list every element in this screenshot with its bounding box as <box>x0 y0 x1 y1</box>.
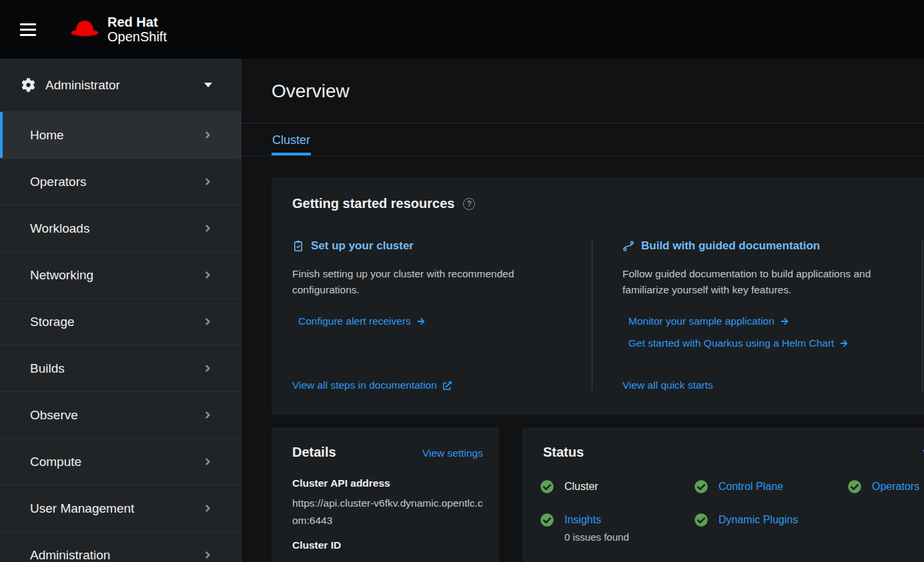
chevron-right-icon <box>204 269 211 281</box>
details-card-header: Details View settings <box>272 427 499 467</box>
setup-cluster-heading[interactable]: Set up your cluster <box>292 239 565 253</box>
cluster-id-label: Cluster ID <box>292 539 483 551</box>
chevron-right-icon <box>204 363 211 374</box>
menu-toggle-button[interactable] <box>20 15 48 43</box>
sidebar-item-label: Workloads <box>30 221 89 236</box>
chevron-right-icon <box>204 223 211 234</box>
link-label: View all quick starts <box>622 379 713 391</box>
sidebar-item-compute[interactable]: Compute <box>0 438 242 485</box>
check-circle-icon <box>540 480 554 493</box>
logo-text: Red Hat OpenShift <box>107 15 167 45</box>
view-all-quick-starts-link[interactable]: View all quick starts <box>622 379 713 391</box>
menu-icon <box>20 29 36 31</box>
sidebar-item-label: User Management <box>30 501 134 516</box>
link-label: Monitor your sample application <box>628 315 775 327</box>
gear-icon <box>21 78 35 92</box>
control-plane-link[interactable]: Control Plane <box>719 481 783 493</box>
view-settings-link[interactable]: View settings <box>422 447 483 459</box>
sidebar-item-label: Home <box>30 128 64 143</box>
link-label: View all steps in documentation <box>292 379 437 391</box>
chevron-right-icon <box>204 456 211 467</box>
chevron-right-icon <box>204 549 211 561</box>
details-card-title: Details <box>292 445 336 460</box>
getting-started-header: Getting started resources ? <box>272 177 924 222</box>
status-cluster-label: Cluster <box>564 481 598 493</box>
masthead: Red Hat OpenShift <box>0 0 924 59</box>
tab-cluster[interactable]: Cluster <box>272 123 311 155</box>
operators-link[interactable]: Operators <box>872 481 919 493</box>
sidebar-item-networking[interactable]: Networking <box>0 251 242 298</box>
check-circle-icon <box>695 513 708 527</box>
app-layout: Administrator Home Operators Workloads N… <box>0 59 924 562</box>
setup-cluster-description: Finish setting up your cluster with reco… <box>292 266 565 298</box>
menu-icon <box>20 34 36 36</box>
check-circle-icon <box>695 480 708 493</box>
sidebar-item-user-management[interactable]: User Management <box>0 485 242 531</box>
getting-started-column-guided: Build with guided documentation Follow g… <box>592 239 923 391</box>
insights-link[interactable]: Insights <box>564 514 629 526</box>
guided-docs-icon <box>622 240 634 252</box>
status-item-control-plane: Control Plane <box>695 480 848 493</box>
sidebar-item-administration[interactable]: Administration <box>0 531 242 562</box>
getting-started-title: Getting started resources <box>292 196 454 211</box>
link-label: Get started with Quarkus using a Helm Ch… <box>628 337 834 349</box>
page-header: Overview <box>242 59 924 123</box>
setup-cluster-title: Set up your cluster <box>311 239 414 253</box>
status-card-header: Status View alerts <box>522 427 924 467</box>
sidebar-item-operators[interactable]: Operators <box>0 158 242 205</box>
insights-status-text: Insights 0 issues found <box>564 513 629 543</box>
dashboard-cards-row: Details View settings Cluster API addres… <box>272 427 924 562</box>
guided-documentation-footer: View all quick starts <box>622 379 892 391</box>
sidebar-item-storage[interactable]: Storage <box>0 298 242 345</box>
quarkus-helm-chart-link[interactable]: Get started with Quarkus using a Helm Ch… <box>628 337 892 349</box>
redhat-hat-icon <box>69 19 100 40</box>
configure-alert-receivers-link[interactable]: Configure alert receivers <box>298 315 565 327</box>
chevron-right-icon <box>204 129 211 141</box>
status-item-operators: Operators <box>848 480 924 493</box>
view-all-steps-link[interactable]: View all steps in documentation <box>292 379 452 391</box>
sidebar-item-label: Observe <box>30 408 78 423</box>
main-content: Overview Cluster Getting started resourc… <box>242 59 924 562</box>
details-card-body: Cluster API address https://api.cluster-… <box>272 477 499 562</box>
details-card: Details View settings Cluster API addres… <box>272 427 499 562</box>
chevron-right-icon <box>204 503 211 514</box>
sidebar-item-builds[interactable]: Builds <box>0 345 242 391</box>
external-link-icon <box>443 381 452 390</box>
link-label: Configure alert receivers <box>298 315 411 327</box>
sidebar-item-workloads[interactable]: Workloads <box>0 205 242 251</box>
insights-subtext: 0 issues found <box>564 531 629 543</box>
logo-text-redhat: Red Hat <box>107 15 167 29</box>
status-item-cluster: Cluster <box>540 480 695 493</box>
guided-documentation-title: Build with guided documentation <box>641 239 820 253</box>
sidebar-item-home[interactable]: Home <box>0 111 242 158</box>
sidebar-item-label: Compute <box>30 455 81 469</box>
perspective-label: Administrator <box>45 78 204 93</box>
check-circle-icon <box>540 513 554 527</box>
chevron-right-icon <box>204 176 211 187</box>
dynamic-plugins-link[interactable]: Dynamic Plugins <box>719 514 798 526</box>
guided-documentation-heading[interactable]: Build with guided documentation <box>622 239 892 253</box>
menu-icon <box>20 23 36 25</box>
status-card-body: Cluster Control Plane Operators <box>522 467 924 559</box>
redhat-openshift-logo: Red Hat OpenShift <box>69 15 167 45</box>
getting-started-card: Getting started resources ? Set up your … <box>272 177 924 415</box>
sidebar-item-label: Administration <box>30 548 110 562</box>
chevron-right-icon <box>204 409 211 421</box>
tab-bar: Cluster <box>242 123 924 156</box>
check-circle-icon <box>848 480 861 493</box>
arrow-right-icon <box>840 339 848 347</box>
overview-dashboard: Getting started resources ? Set up your … <box>242 156 924 562</box>
page-title: Overview <box>272 81 894 102</box>
guided-documentation-links: Monitor your sample application Get star… <box>622 315 892 359</box>
sidebar: Administrator Home Operators Workloads N… <box>0 59 242 562</box>
sidebar-item-observe[interactable]: Observe <box>0 391 242 438</box>
help-icon[interactable]: ? <box>463 198 475 210</box>
sidebar-item-label: Operators <box>30 175 86 189</box>
sidebar-item-label: Networking <box>30 268 93 283</box>
perspective-switcher[interactable]: Administrator <box>0 59 242 111</box>
arrow-right-icon <box>417 317 425 325</box>
task-list-icon <box>292 240 304 252</box>
cluster-api-address-value: https://api.cluster-v6fkv.dynamic.opentl… <box>292 495 483 529</box>
monitor-sample-application-link[interactable]: Monitor your sample application <box>628 315 892 327</box>
logo-text-openshift: OpenShift <box>107 29 167 44</box>
